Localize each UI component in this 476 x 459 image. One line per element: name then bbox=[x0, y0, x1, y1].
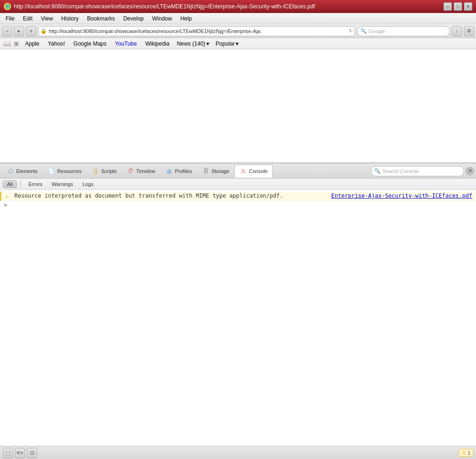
tab-resources[interactable]: 📄 Resources bbox=[43, 165, 87, 178]
console-warning-row: ⚠ Resource interpreted as document but t… bbox=[0, 192, 476, 201]
scripts-icon: {} bbox=[92, 167, 99, 175]
menu-bookmarks[interactable]: Bookmarks bbox=[83, 14, 119, 23]
menu-view[interactable]: View bbox=[37, 14, 57, 23]
resources-icon: 📄 bbox=[48, 167, 55, 175]
console-caret: > bbox=[4, 202, 7, 208]
news-chevron-icon: ▾ bbox=[206, 40, 209, 47]
storage-icon: 🗄 bbox=[202, 167, 210, 175]
tab-storage-label: Storage bbox=[212, 168, 230, 174]
address-text: http://localhost:8080/compat-showcase/ic… bbox=[49, 28, 347, 34]
warning-badge: ⚠ 1 bbox=[459, 449, 473, 457]
menu-edit[interactable]: Edit bbox=[19, 14, 36, 23]
bookmark-news[interactable]: News (140) ▾ bbox=[174, 40, 212, 48]
warning-badge-icon: ⚠ bbox=[462, 450, 466, 456]
news-label: News (140) bbox=[177, 40, 205, 47]
timeline-icon: ⏱ bbox=[127, 167, 134, 175]
minimize-button[interactable]: ─ bbox=[443, 2, 452, 11]
inspector-toggle-button[interactable]: ⬚ bbox=[3, 448, 13, 458]
tab-console-label: Console bbox=[249, 168, 267, 174]
filter-warnings-button[interactable]: Warnings bbox=[48, 181, 77, 187]
refresh-icon[interactable]: ↻ bbox=[349, 28, 353, 34]
back-button[interactable]: ◂ bbox=[2, 26, 12, 36]
address-bar[interactable]: 🔒 http://localhost:8080/compat-showcase/… bbox=[38, 26, 355, 36]
search-icon: 🔍 bbox=[360, 28, 367, 34]
search-bar[interactable]: 🔍 Google bbox=[357, 26, 450, 36]
pause-button[interactable]: ⊙ bbox=[27, 448, 37, 458]
menu-develop[interactable]: Develop bbox=[119, 14, 147, 23]
tab-timeline[interactable]: ⏱ Timeline bbox=[122, 165, 160, 178]
search-placeholder: Google bbox=[369, 28, 385, 34]
browser-viewport bbox=[0, 49, 476, 163]
menu-bar: File Edit View History Bookmarks Develop… bbox=[0, 13, 476, 24]
console-warning-text: Resource interpreted as document but tra… bbox=[14, 193, 324, 199]
tab-elements-label: Elements bbox=[16, 168, 38, 174]
console-search-box[interactable]: 🔍 Search Console bbox=[371, 166, 464, 176]
filter-errors-button[interactable]: Errors bbox=[25, 181, 46, 187]
devtools-tab-bar: ⬡ Elements 📄 Resources {} Scripts ⏱ Time… bbox=[0, 164, 476, 179]
filter-divider bbox=[20, 180, 21, 188]
tab-scripts-label: Scripts bbox=[101, 168, 117, 174]
filter-all-button[interactable]: All bbox=[3, 180, 17, 188]
console-icon: ⚠ bbox=[239, 167, 247, 175]
devtools-search-area: 🔍 Search Console ✕ bbox=[273, 166, 474, 176]
tab-resources-label: Resources bbox=[57, 168, 82, 174]
tab-timeline-label: Timeline bbox=[136, 168, 155, 174]
profiles-icon: ◎ bbox=[165, 167, 173, 175]
tab-profiles[interactable]: ◎ Profiles bbox=[160, 165, 197, 178]
share-button[interactable]: ↑ bbox=[452, 26, 462, 36]
app-icon: 🌐 bbox=[4, 3, 11, 10]
nav-bar: ◂ ▸ + 🔒 http://localhost:8080/compat-sho… bbox=[0, 24, 476, 38]
bookmark-google-maps[interactable]: Google Maps bbox=[70, 40, 110, 48]
popular-label: Popular bbox=[216, 40, 235, 47]
forward-button[interactable]: ▸ bbox=[14, 26, 24, 36]
warning-icon: ⚠ bbox=[5, 193, 13, 200]
tab-scripts[interactable]: {} Scripts bbox=[86, 165, 122, 178]
bookmark-popular[interactable]: Popular ▾ bbox=[213, 40, 241, 48]
menu-help[interactable]: Help bbox=[177, 14, 196, 23]
console-search-placeholder: Search Console bbox=[383, 168, 419, 174]
menu-window[interactable]: Window bbox=[148, 14, 176, 23]
tab-profiles-label: Profiles bbox=[175, 168, 192, 174]
maximize-button[interactable]: □ bbox=[454, 2, 462, 11]
add-tab-button[interactable]: + bbox=[26, 26, 36, 36]
devtools-close-button[interactable]: ✕ bbox=[466, 167, 474, 175]
close-button[interactable]: ✕ bbox=[464, 2, 472, 11]
title-bar: 🌐 http://localhost:8080/compat-showcase/… bbox=[0, 0, 476, 13]
console-output: ⚠ Resource interpreted as document but t… bbox=[0, 190, 476, 446]
elements-icon: ⬡ bbox=[7, 167, 14, 175]
tab-elements[interactable]: ⬡ Elements bbox=[2, 165, 43, 178]
window-title: http://localhost:8080/compat-showcase/ic… bbox=[14, 3, 315, 10]
bookmark-yahoo[interactable]: Yahoo! bbox=[44, 40, 69, 48]
bookmarks-icon[interactable]: 📖 bbox=[3, 40, 11, 48]
console-filter-bar: All Errors Warnings Logs bbox=[0, 179, 476, 190]
bookmarks-grid-icon[interactable]: ⊞ bbox=[12, 40, 20, 48]
tab-console[interactable]: ⚠ Console bbox=[234, 165, 272, 178]
menu-file[interactable]: File bbox=[2, 14, 18, 23]
bookmark-apple[interactable]: Apple bbox=[21, 40, 43, 48]
settings-button[interactable]: ⚙ bbox=[464, 26, 474, 36]
bookmarks-bar: 📖 ⊞ Apple Yahoo! Google Maps YouTube Wik… bbox=[0, 38, 476, 49]
tab-storage[interactable]: 🗄 Storage bbox=[197, 165, 235, 178]
filter-logs-button[interactable]: Logs bbox=[79, 181, 97, 187]
popular-chevron-icon: ▾ bbox=[236, 40, 238, 47]
console-prompt-row: > bbox=[0, 201, 476, 209]
console-warning-link[interactable]: Enterprise-Ajax-Security-with-ICEfaces.p… bbox=[331, 193, 472, 199]
bookmark-wikipedia[interactable]: Wikipedia bbox=[141, 40, 173, 48]
bookmark-youtube[interactable]: YouTube bbox=[111, 40, 140, 48]
warning-badge-count: 1 bbox=[468, 450, 470, 456]
status-bar: ⬚ ≡> ⊙ ⚠ 1 bbox=[0, 446, 476, 459]
console-button[interactable]: ≡> bbox=[15, 448, 25, 458]
menu-history[interactable]: History bbox=[58, 14, 82, 23]
devtools-panel: ⬡ Elements 📄 Resources {} Scripts ⏱ Time… bbox=[0, 163, 476, 446]
console-search-icon: 🔍 bbox=[374, 168, 381, 174]
